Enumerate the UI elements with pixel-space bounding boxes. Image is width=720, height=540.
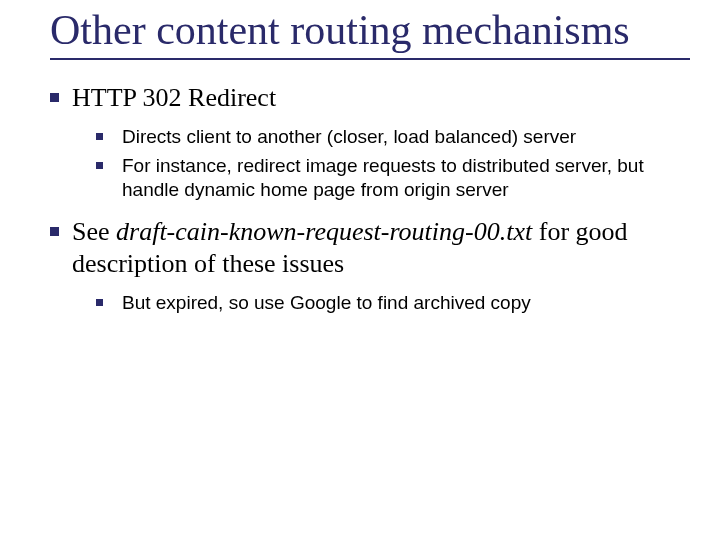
slide: Other content routing mechanisms HTTP 30… [0,0,720,349]
sub-bullet-item: Directs client to another (closer, load … [122,125,670,149]
bullet-list: HTTP 302 Redirect Directs client to anot… [50,82,670,315]
bullet-item: See draft-cain-known-request-routing-00.… [72,216,670,315]
bullet-text: HTTP 302 Redirect [72,83,276,112]
sub-bullet-item: For instance, redirect image requests to… [122,154,670,202]
sub-bullet-item: But expired, so use Google to find archi… [122,291,670,315]
bullet-text-italic: draft-cain-known-request-routing-00.txt [116,217,532,246]
bullet-text-prefix: See [72,217,116,246]
bullet-item: HTTP 302 Redirect Directs client to anot… [72,82,670,202]
title-underline [50,58,690,60]
sub-bullet-list: Directs client to another (closer, load … [72,125,670,202]
slide-title: Other content routing mechanisms [50,8,670,52]
sub-bullet-list: But expired, so use Google to find archi… [72,291,670,315]
